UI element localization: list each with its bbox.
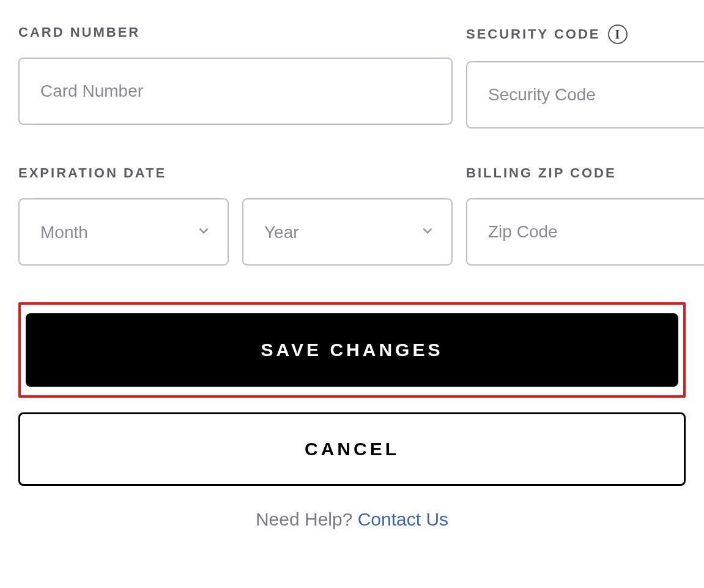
card-number-group: CARD NUMBER xyxy=(18,24,453,128)
month-select[interactable]: Month xyxy=(18,198,229,266)
expiration-selects: Month Year xyxy=(18,198,453,266)
expiration-label: EXPIRATION DATE xyxy=(18,165,453,181)
zip-group: BILLING ZIP CODE xyxy=(466,165,704,266)
security-code-label-text: SECURITY CODE xyxy=(466,26,601,42)
security-code-group: SECURITY CODE i xyxy=(466,24,704,128)
zip-input[interactable] xyxy=(466,198,704,266)
card-number-label: CARD NUMBER xyxy=(18,24,453,40)
zip-label: BILLING ZIP CODE xyxy=(466,165,704,181)
contact-us-link[interactable]: Contact Us xyxy=(358,509,448,529)
year-select-wrap: Year xyxy=(242,198,453,266)
card-number-input[interactable] xyxy=(18,58,453,125)
expiration-group: EXPIRATION DATE Month Year xyxy=(18,165,453,266)
security-code-input[interactable] xyxy=(466,61,704,128)
expiration-row: EXPIRATION DATE Month Year BILLING ZIP xyxy=(18,165,686,266)
save-highlight-box: SAVE CHANGES xyxy=(18,302,686,398)
help-prefix: Need Help? xyxy=(256,509,358,529)
security-code-label: SECURITY CODE i xyxy=(466,24,704,44)
month-select-wrap: Month xyxy=(18,198,229,266)
info-icon[interactable]: i xyxy=(608,24,628,44)
card-row: CARD NUMBER SECURITY CODE i xyxy=(18,24,686,128)
year-select[interactable]: Year xyxy=(242,198,453,266)
help-row: Need Help? Contact Us xyxy=(18,509,686,530)
save-changes-button[interactable]: SAVE CHANGES xyxy=(26,313,678,387)
cancel-button[interactable]: CANCEL xyxy=(18,412,686,486)
